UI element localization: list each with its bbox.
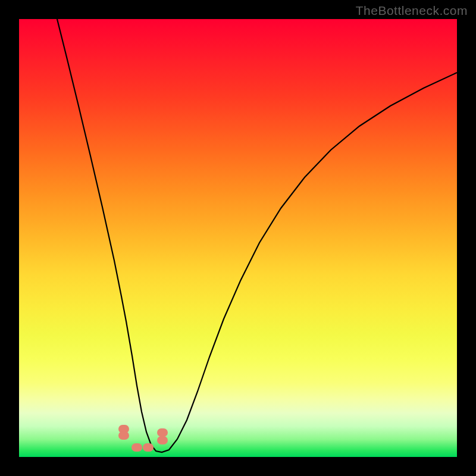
marker-layer xyxy=(118,425,168,452)
curve-marker xyxy=(157,436,168,444)
curve-marker xyxy=(131,443,142,452)
curve-marker xyxy=(157,428,168,437)
chart-svg xyxy=(19,19,457,457)
chart-frame: TheBottleneck.com xyxy=(0,0,476,476)
curve-marker xyxy=(118,431,129,440)
curve-marker xyxy=(143,443,154,452)
bottleneck-curve xyxy=(57,19,457,452)
watermark-text: TheBottleneck.com xyxy=(356,4,468,18)
